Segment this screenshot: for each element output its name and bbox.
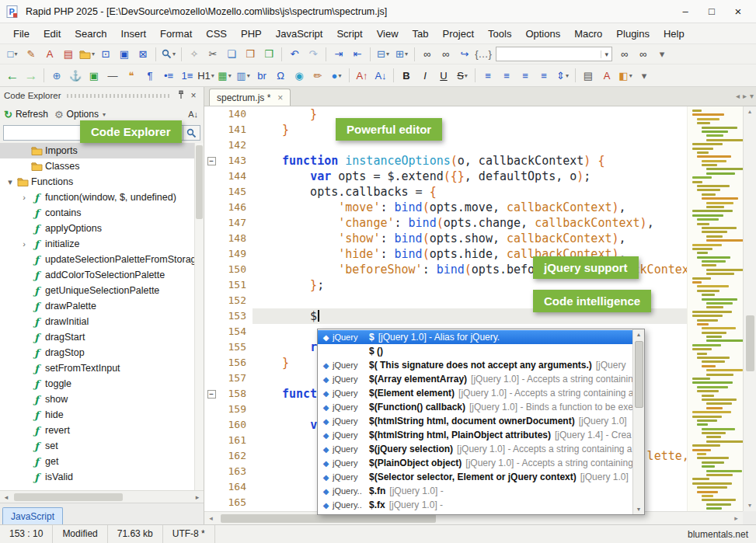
link-icon[interactable]: ⊕ bbox=[48, 68, 65, 83]
tree-hscroll-thumb[interactable] bbox=[14, 493, 123, 501]
heading-icon[interactable]: H1▾ bbox=[197, 68, 214, 83]
edit-page-icon[interactable]: ✎ bbox=[23, 47, 40, 62]
find-in-files-icon[interactable]: ∞ bbox=[616, 47, 633, 62]
tree-item-toggle[interactable]: ƒtoggle bbox=[0, 376, 204, 392]
completion-item-7[interactable]: ◆jQuery$(htmlString html, document owner… bbox=[318, 414, 632, 428]
completion-item-2[interactable]: $ () bbox=[318, 344, 632, 358]
columns-icon[interactable]: ▥▾ bbox=[235, 68, 252, 83]
tree-chevron-icon[interactable]: › bbox=[19, 239, 30, 249]
tree-item-show[interactable]: ƒshow bbox=[0, 392, 204, 407]
code-line-143[interactable]: −143function instanceOptions(o, callback… bbox=[204, 153, 743, 169]
comment-icon[interactable]: ❝ bbox=[123, 68, 140, 83]
tree-scroll-right-icon[interactable]: ▸ bbox=[191, 493, 204, 501]
bold-icon[interactable]: B bbox=[398, 68, 415, 83]
undo-icon[interactable]: ↶ bbox=[286, 47, 303, 62]
panel-grip[interactable] bbox=[67, 94, 169, 98]
popup-scroll-up-icon[interactable]: ▲ bbox=[636, 329, 642, 339]
completion-item-12[interactable]: ◆jQuery..$.fn[jQuery 1.0] - bbox=[318, 484, 632, 498]
tab-scroll-right-icon[interactable]: ▸ bbox=[743, 92, 747, 100]
tree-chevron-icon[interactable]: › bbox=[19, 193, 30, 202]
menu-item-tab[interactable]: Tab bbox=[406, 26, 436, 42]
menu-item-script[interactable]: Script bbox=[329, 26, 369, 42]
paste-special-icon[interactable]: ❒ bbox=[260, 47, 277, 62]
toolbar2-more-icon[interactable]: ▾ bbox=[636, 68, 653, 83]
tree-hscroll-track[interactable] bbox=[12, 493, 191, 502]
completion-item-9[interactable]: ◆jQuery$(jQuery selection)[jQuery 1.0] -… bbox=[318, 442, 632, 456]
tree-item-function-window-undefined[interactable]: ›ƒfunction(window, $, undefined) bbox=[0, 190, 204, 205]
open-remote-icon[interactable]: ▤ bbox=[60, 47, 77, 62]
scroll-right-icon[interactable]: ▸ bbox=[730, 514, 743, 522]
menu-item-edit[interactable]: Edit bbox=[37, 26, 68, 42]
replace-in-files-icon[interactable]: ∞ bbox=[635, 47, 652, 62]
tree-item-drawpalette[interactable]: ƒdrawPalette bbox=[0, 298, 204, 314]
outdent-icon[interactable]: ⇤ bbox=[349, 47, 366, 62]
toolbar-more-icon[interactable]: ▾ bbox=[653, 47, 671, 62]
tree-item-get[interactable]: ƒget bbox=[0, 454, 204, 469]
omega-icon[interactable]: Ω bbox=[272, 68, 289, 83]
code-snippet-icon[interactable]: {…} bbox=[475, 47, 492, 62]
save-icon[interactable]: ⊡ bbox=[97, 47, 114, 62]
minimap[interactable] bbox=[687, 106, 743, 511]
collapse-icon[interactable]: − bbox=[207, 157, 216, 165]
tree-item-imports[interactable]: Imports bbox=[0, 143, 204, 158]
split-view-icon[interactable]: ⊟▾ bbox=[375, 47, 392, 62]
paste-icon[interactable]: ❒ bbox=[242, 47, 259, 62]
completion-item-5[interactable]: ◆jQuery$(Element element)[jQuery 1.0] - … bbox=[318, 386, 632, 400]
indent-icon[interactable]: ⇥ bbox=[330, 47, 347, 62]
menu-item-css[interactable]: CSS bbox=[199, 26, 234, 42]
find-icon[interactable]: ∞ bbox=[419, 47, 436, 62]
menu-item-php[interactable]: PHP bbox=[234, 26, 269, 42]
new-template-icon[interactable]: A bbox=[41, 47, 58, 62]
maximize-button[interactable]: □ bbox=[699, 1, 725, 23]
close-button[interactable]: × bbox=[725, 1, 751, 23]
goto-icon[interactable]: ↪ bbox=[456, 47, 473, 62]
tab-close-icon[interactable]: × bbox=[277, 92, 283, 103]
panel-close-icon[interactable]: × bbox=[187, 90, 200, 101]
code-line-144[interactable]: 144 var opts = $.extend({}, defaultOpts,… bbox=[204, 169, 743, 184]
numbered-list-icon[interactable]: 1≡ bbox=[179, 68, 196, 83]
refresh-button[interactable]: ↻Refresh bbox=[4, 109, 48, 120]
format-wand-icon[interactable]: ✧ bbox=[186, 47, 203, 62]
align-justify-icon[interactable]: ≡ bbox=[535, 68, 552, 83]
layout-icon[interactable]: ⊞▾ bbox=[393, 47, 410, 62]
tab-scroll-left-icon[interactable]: ◂ bbox=[736, 92, 740, 100]
hscroll-thumb[interactable] bbox=[221, 514, 436, 523]
menu-item-tools[interactable]: Tools bbox=[481, 26, 518, 42]
italic-icon[interactable]: I bbox=[416, 68, 434, 83]
menu-item-options[interactable]: Options bbox=[518, 26, 567, 42]
status-link[interactable]: blumentals.net bbox=[680, 529, 756, 540]
tree-item-drawinitial[interactable]: ƒdrawInitial bbox=[0, 314, 204, 329]
tree-item-dragstop[interactable]: ƒdragStop bbox=[0, 345, 204, 360]
font-smaller-icon[interactable]: A↓ bbox=[372, 68, 389, 83]
menu-item-view[interactable]: View bbox=[370, 26, 406, 42]
completion-item-1[interactable]: ◆jQuery$[jQuery 1.0] - Alias for jQuery. bbox=[318, 330, 632, 344]
tree-vscroll-thumb[interactable] bbox=[196, 145, 203, 219]
code-line-150[interactable]: 150 'beforeShow': bind(opts.beforeShow, … bbox=[204, 262, 743, 277]
find-next-icon[interactable]: ∞ bbox=[437, 47, 455, 62]
tree-item-getuniqueselectionpalette[interactable]: ƒgetUniqueSelectionPalette bbox=[0, 283, 204, 298]
sort-az-icon[interactable]: A↓ bbox=[188, 110, 200, 119]
completion-item-4[interactable]: ◆jQuery$(Array elementArray)[jQuery 1.0]… bbox=[318, 372, 632, 386]
completion-item-8[interactable]: ◆jQuery$(htmlString html, PlainObject at… bbox=[318, 428, 632, 442]
text-color-icon[interactable]: A bbox=[598, 68, 615, 83]
align-right-icon[interactable]: ≡ bbox=[517, 68, 534, 83]
horizontal-rule-icon[interactable]: ― bbox=[104, 68, 121, 83]
scroll-down-icon[interactable]: ▾ bbox=[748, 500, 751, 511]
search-button[interactable] bbox=[183, 125, 200, 141]
scroll-up-icon[interactable]: ▴ bbox=[748, 106, 751, 117]
menu-item-macro[interactable]: Macro bbox=[567, 26, 609, 42]
pin-icon[interactable] bbox=[175, 90, 187, 102]
code-line-141[interactable]: 141} bbox=[204, 122, 743, 137]
code-line-151[interactable]: 151 }; bbox=[204, 277, 743, 293]
completion-item-10[interactable]: ◆jQuery$(PlainObject object)[jQuery 1.0]… bbox=[318, 456, 632, 470]
editor-vscrollbar[interactable]: ▴ ▾ bbox=[743, 106, 756, 511]
line-spacing-icon[interactable]: ⇕▾ bbox=[554, 68, 571, 83]
tree-item-functions[interactable]: ▾Functions bbox=[0, 174, 204, 190]
globe-icon[interactable]: ◉ bbox=[291, 68, 308, 83]
code-line-149[interactable]: 149 'hide': bind(opts.hide, callbackCont… bbox=[204, 246, 743, 262]
anchor-icon[interactable]: ⚓ bbox=[67, 68, 84, 83]
tree-item-dragstart[interactable]: ƒdragStart bbox=[0, 329, 204, 345]
popup-scrollbar[interactable]: ▲ ▼ bbox=[632, 329, 644, 514]
menu-item-search[interactable]: Search bbox=[68, 26, 113, 42]
tab-javascript[interactable]: JavaScript bbox=[2, 507, 63, 524]
